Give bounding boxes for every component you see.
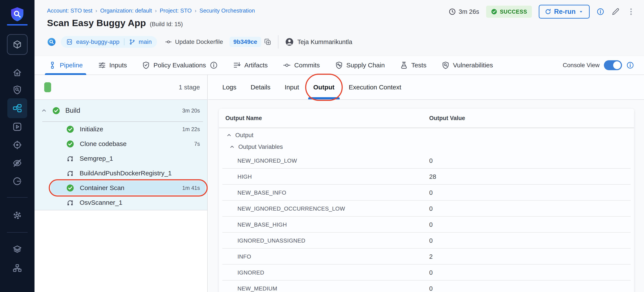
module-cube-icon[interactable] — [7, 34, 28, 55]
nav-divider — [7, 197, 28, 198]
step-name[interactable]: Initialize — [80, 125, 103, 133]
step-row-initialize[interactable]: Initialize1m 22s — [34, 122, 207, 136]
step-name[interactable]: OsvScanner_1 — [80, 199, 122, 206]
project-setup-layers-icon[interactable] — [0, 244, 34, 255]
step-row-container-scan[interactable]: Container Scan1m 41s — [34, 181, 207, 195]
breadcrumb-item[interactable]: Account: STO test — [47, 7, 92, 14]
branch-name[interactable]: main — [139, 39, 152, 45]
breadcrumb-separator: › — [195, 8, 196, 14]
console-view-group: Console View — [563, 60, 634, 70]
console-view-info-icon[interactable] — [626, 61, 634, 69]
rerun-button[interactable]: Re-run — [539, 5, 590, 19]
tab-label: Pipeline — [60, 62, 83, 69]
step-row-buildandpushdockerregistry-1[interactable]: BuildAndPushDockerRegistry_1 — [34, 166, 207, 181]
output-variable-row: IGNORED_UNASSIGNED0 — [219, 233, 634, 249]
status-badge: SUCCESS — [486, 6, 532, 18]
output-variable-row: INFO2 — [219, 249, 634, 264]
commit-message[interactable]: Update Dockerfile — [175, 39, 223, 45]
tree-node-label[interactable]: Output Variables — [238, 143, 283, 150]
targets-crosshair-icon[interactable] — [0, 139, 34, 151]
executions-play-icon[interactable] — [0, 121, 34, 132]
meta-divider — [278, 35, 278, 49]
settings-gear-icon[interactable] — [0, 210, 34, 221]
tab-label: Commits — [294, 62, 320, 69]
commit-sha-pill[interactable]: 9b349ce — [230, 37, 261, 47]
tab-supply-chain[interactable]: Supply Chain — [334, 56, 386, 75]
tab-pipeline[interactable]: Pipeline — [47, 56, 84, 75]
tab-commits[interactable]: Commits — [282, 56, 321, 75]
pipelines-icon[interactable] — [7, 98, 27, 118]
tree-node-output[interactable]: Output — [219, 129, 634, 141]
artifacts-icon — [233, 61, 241, 69]
tree-node-label[interactable]: Output — [235, 132, 254, 139]
tab-label: Policy Evaluations — [153, 62, 206, 69]
breadcrumb-separator: › — [155, 8, 156, 14]
step-row-osvscanner-1[interactable]: OsvScanner_1 — [34, 195, 207, 210]
detail-tab-execution-context[interactable]: Execution Context — [348, 75, 402, 99]
repo-branch-pill[interactable]: easy-buggy-app main — [61, 36, 157, 48]
detail-tab-output[interactable]: Output — [312, 75, 335, 99]
account-setup-sitemap-icon[interactable] — [0, 262, 34, 274]
detail-tab-details[interactable]: Details — [250, 75, 271, 99]
build-stage-group: Build 3m 20s Initialize1m 22sClone codeb… — [34, 100, 207, 210]
breadcrumb-item[interactable]: Organization: default — [100, 7, 152, 14]
step-row-clone-codebase[interactable]: Clone codebase7s — [34, 136, 207, 151]
sto-logo-icon[interactable] — [0, 6, 34, 23]
stage-name[interactable]: Build — [65, 107, 80, 114]
tree-node-output-variables[interactable]: Output Variables — [219, 141, 634, 153]
tab-tests[interactable]: Tests — [398, 56, 428, 75]
nav-divider — [7, 232, 28, 233]
step-name[interactable]: Container Scan — [80, 184, 124, 192]
success-check-icon — [66, 184, 74, 192]
output-variable-value: 2 — [429, 253, 634, 260]
stage-row-build[interactable]: Build 3m 20s — [34, 100, 207, 121]
tab-inputs[interactable]: Inputs — [96, 56, 128, 75]
copy-icon[interactable] — [264, 38, 272, 46]
scans-shield-search-icon[interactable] — [0, 84, 34, 95]
policy-evaluations-icon — [142, 61, 150, 69]
nav-accent-line — [7, 24, 28, 26]
output-variable-name: IGNORED_UNASSIGNED — [219, 237, 429, 244]
rerun-info-icon[interactable] — [596, 8, 604, 16]
edit-pencil-icon[interactable] — [611, 7, 620, 16]
detail-tab-logs[interactable]: Logs — [222, 75, 237, 99]
main-area: Account: STO test›Organization: default›… — [34, 0, 644, 292]
get-started-power-icon[interactable] — [0, 176, 34, 187]
exemptions-eye-slash-icon[interactable] — [0, 158, 34, 169]
breadcrumb-separator: › — [96, 8, 97, 14]
info-icon[interactable] — [210, 61, 218, 69]
chevron-up-icon[interactable] — [226, 132, 232, 138]
success-check-icon — [66, 140, 74, 148]
detail-tab-label: Output — [313, 84, 334, 91]
tab-artifacts[interactable]: Artifacts — [232, 56, 269, 75]
column-output-name: Output Name — [219, 115, 429, 122]
duration-group: 3m 26s — [448, 8, 479, 16]
chevron-up-icon[interactable] — [229, 144, 235, 150]
execution-content: 1 stage Build 3m 20s Initialize1m 22sClo… — [34, 75, 644, 292]
collapse-chevron-icon[interactable] — [41, 107, 47, 114]
output-variable-name: INFO — [219, 253, 429, 260]
execution-meta-row: easy-buggy-app main Update Dockerfile 9b… — [47, 36, 352, 48]
step-name[interactable]: Semgrep_1 — [80, 155, 113, 162]
module-tab-bar: PipelineInputsPolicy EvaluationsArtifact… — [34, 56, 644, 75]
pill-divider — [124, 39, 124, 45]
breadcrumb-item[interactable]: Project: STO — [160, 7, 192, 14]
duration-value: 3m 26s — [459, 8, 479, 15]
avatar-icon — [285, 37, 294, 46]
status-check-icon — [491, 9, 497, 15]
output-variable-name: NEW_BASE_INFO — [219, 189, 429, 196]
step-row-semgrep-1[interactable]: Semgrep_1 — [34, 151, 207, 166]
step-name[interactable]: BuildAndPushDockerRegistry_1 — [80, 170, 172, 177]
output-variable-row: NEW_IGNORED_OCCURRENCES_LOW0 — [219, 201, 634, 217]
repo-name[interactable]: easy-buggy-app — [76, 39, 120, 45]
tab-policy-evaluations[interactable]: Policy Evaluations — [140, 56, 219, 75]
detail-tab-label: Details — [250, 84, 270, 91]
detail-tab-input[interactable]: Input — [284, 75, 300, 99]
console-view-toggle[interactable] — [604, 60, 622, 70]
stage-panel-header: 1 stage — [34, 75, 207, 100]
step-name[interactable]: Clone codebase — [80, 140, 126, 148]
home-icon[interactable] — [0, 67, 34, 78]
tab-vulnerabilities[interactable]: Vulnerabilities — [440, 56, 494, 75]
breadcrumb-item[interactable]: Security Orchestration — [200, 7, 255, 14]
kebab-menu-icon[interactable] — [627, 7, 635, 16]
